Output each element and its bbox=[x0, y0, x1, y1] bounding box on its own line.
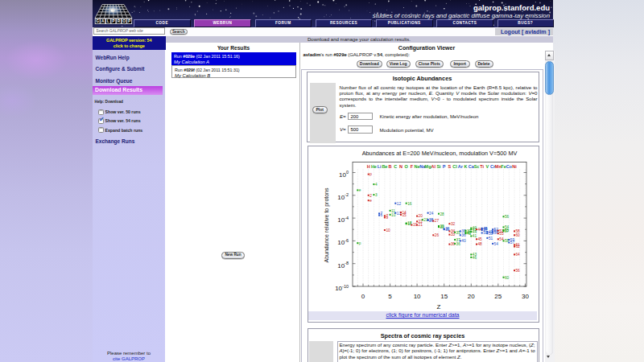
svg-text:Sc: Sc bbox=[474, 164, 480, 169]
svg-text:44: 44 bbox=[473, 230, 477, 234]
svg-text:33: 33 bbox=[451, 232, 456, 237]
svg-text:55: 55 bbox=[499, 232, 504, 236]
svg-text:2: 2 bbox=[369, 194, 372, 198]
svg-text:Abundance relative to protons: Abundance relative to protons bbox=[324, 187, 330, 263]
svg-text:26: 26 bbox=[435, 233, 440, 237]
svg-text:Ni: Ni bbox=[512, 164, 517, 169]
svg-text:P: P bbox=[443, 164, 446, 169]
svg-text:56: 56 bbox=[516, 269, 521, 273]
svg-text:Z: Z bbox=[437, 303, 441, 311]
svg-text:60: 60 bbox=[505, 276, 510, 280]
svg-text:10-6: 10-6 bbox=[337, 238, 349, 247]
svg-text:4: 4 bbox=[375, 183, 378, 187]
svg-text:10-4: 10-4 bbox=[337, 216, 349, 224]
svg-text:p: p bbox=[359, 241, 361, 245]
svg-text:Ti: Ti bbox=[480, 164, 484, 169]
svg-text:36: 36 bbox=[456, 242, 461, 246]
svg-text:p: p bbox=[369, 172, 372, 176]
svg-text:10-2: 10-2 bbox=[337, 192, 349, 201]
svg-text:A: A bbox=[101, 19, 105, 23]
svg-text:12: 12 bbox=[397, 202, 402, 206]
svg-text:57: 57 bbox=[505, 229, 510, 233]
svg-text:20: 20 bbox=[419, 214, 423, 218]
svg-text:Cl: Cl bbox=[452, 164, 457, 169]
svg-text:Si: Si bbox=[436, 164, 441, 169]
svg-text:64: 64 bbox=[516, 253, 521, 257]
svg-text:G: G bbox=[96, 19, 99, 23]
svg-text:e: e bbox=[369, 199, 372, 203]
svg-text:V: V bbox=[486, 164, 489, 169]
svg-text:e: e bbox=[359, 188, 361, 192]
svg-text:41: 41 bbox=[473, 234, 477, 238]
svg-text:N: N bbox=[399, 164, 402, 169]
svg-text:32: 32 bbox=[451, 222, 456, 226]
svg-text:H: H bbox=[367, 164, 370, 169]
svg-text:20: 20 bbox=[468, 293, 475, 300]
svg-text:He: He bbox=[371, 164, 377, 169]
svg-text:B: B bbox=[389, 164, 392, 169]
svg-text:21: 21 bbox=[419, 223, 423, 227]
svg-text:10-8: 10-8 bbox=[337, 261, 349, 269]
svg-text:46: 46 bbox=[473, 256, 477, 260]
svg-text:7: 7 bbox=[386, 214, 388, 218]
svg-text:48: 48 bbox=[478, 242, 483, 246]
svg-text:0: 0 bbox=[361, 293, 365, 300]
svg-text:60: 60 bbox=[516, 233, 521, 237]
svg-text:Be: Be bbox=[382, 164, 387, 169]
svg-text:C: C bbox=[394, 164, 397, 169]
svg-text:15: 15 bbox=[440, 293, 448, 300]
svg-text:16: 16 bbox=[407, 202, 412, 206]
svg-text:10: 10 bbox=[386, 228, 390, 232]
svg-text:L: L bbox=[107, 19, 109, 23]
svg-text:Li: Li bbox=[378, 164, 382, 169]
svg-text:Mg: Mg bbox=[425, 164, 431, 169]
svg-text:O: O bbox=[122, 19, 126, 23]
svg-text:56: 56 bbox=[505, 215, 510, 219]
svg-text:S: S bbox=[448, 164, 452, 169]
svg-text:45: 45 bbox=[478, 237, 483, 241]
svg-text:25: 25 bbox=[494, 293, 502, 300]
svg-text:O: O bbox=[405, 164, 409, 169]
svg-text:40: 40 bbox=[461, 239, 466, 243]
svg-text:62: 62 bbox=[516, 245, 521, 249]
svg-text:5: 5 bbox=[388, 293, 392, 300]
svg-text:27: 27 bbox=[435, 219, 440, 223]
svg-text:6: 6 bbox=[381, 213, 383, 217]
svg-text:30: 30 bbox=[522, 293, 529, 300]
svg-text:28: 28 bbox=[440, 212, 445, 216]
svg-text:3: 3 bbox=[375, 193, 378, 197]
svg-text:15: 15 bbox=[402, 213, 407, 217]
svg-text:100: 100 bbox=[339, 170, 349, 179]
svg-text:F: F bbox=[411, 164, 414, 169]
svg-text:10-10: 10-10 bbox=[335, 284, 349, 293]
svg-text:Al: Al bbox=[431, 164, 436, 169]
svg-text:Ar: Ar bbox=[458, 164, 464, 169]
svg-text:10: 10 bbox=[414, 293, 421, 300]
svg-text:R: R bbox=[118, 19, 121, 23]
svg-text:54: 54 bbox=[494, 242, 499, 246]
svg-text:K: K bbox=[464, 164, 468, 169]
svg-text:24: 24 bbox=[429, 212, 434, 216]
svg-text:51: 51 bbox=[489, 237, 493, 241]
